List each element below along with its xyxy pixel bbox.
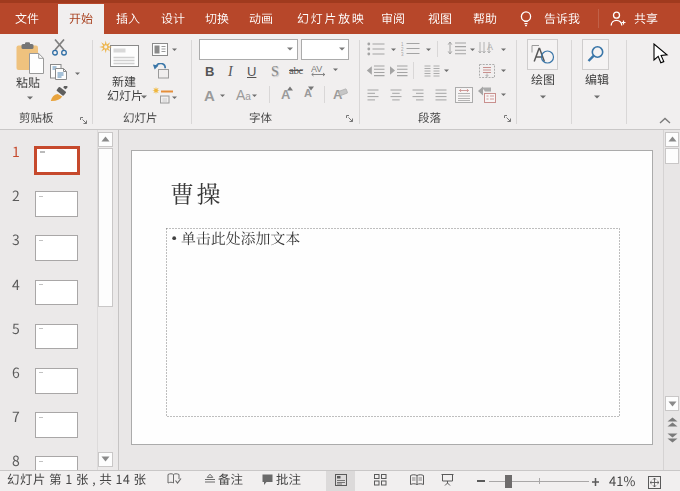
svg-text:AV: AV <box>311 64 322 74</box>
svg-text:A: A <box>487 42 493 52</box>
svg-text:3: 3 <box>401 52 404 57</box>
